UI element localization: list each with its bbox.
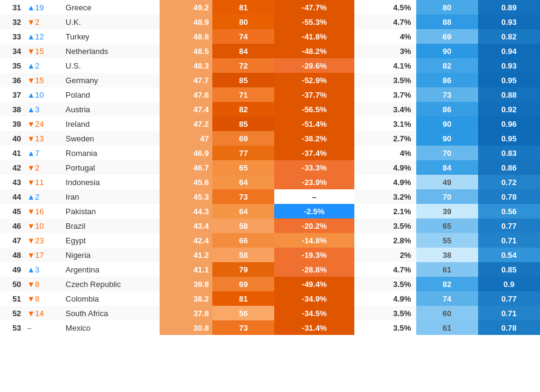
col-e-cell: 0.83: [478, 146, 540, 160]
country-name: Ireland: [62, 117, 159, 131]
table-row: 47▼23Egypt42.466-14.8%2.8%550.71: [0, 233, 540, 248]
country-name: South Africa: [62, 306, 159, 320]
country-name: Portugal: [62, 160, 159, 175]
rank-cell: 42: [0, 160, 25, 175]
col-a-cell: 58: [212, 218, 274, 233]
col-a-cell: 84: [212, 44, 274, 58]
change-cell: ▲19: [25, 0, 62, 15]
change-cell: ▼2: [25, 15, 62, 29]
score-cell: 43.4: [160, 218, 213, 233]
col-a-cell: 81: [212, 291, 274, 306]
rank-cell: 32: [0, 15, 25, 29]
col-b-cell: -38.2%: [274, 131, 354, 146]
col-d-cell: 69: [416, 29, 478, 44]
col-a-cell: 79: [212, 262, 274, 277]
col-e-cell: 0.93: [478, 58, 540, 73]
col-d-cell: 90: [416, 44, 478, 58]
score-cell: 45.6: [160, 175, 213, 189]
rank-cell: 44: [0, 189, 25, 204]
col-c-cell: 3.5%: [354, 73, 416, 87]
change-cell: ▼17: [25, 248, 62, 262]
col-a-cell: 71: [212, 87, 274, 102]
col-c-cell: 3.5%: [354, 218, 416, 233]
col-c-cell: 4%: [354, 29, 416, 44]
country-name: Pakistan: [62, 204, 159, 218]
col-d-cell: 55: [416, 233, 478, 248]
col-e-cell: 0.72: [478, 175, 540, 189]
table-row: 43▼11Indonesia45.664-23.9%4.9%490.72: [0, 175, 540, 189]
col-d-cell: 73: [416, 87, 478, 102]
col-d-cell: 39: [416, 204, 478, 218]
col-e-cell: 0.93: [478, 15, 540, 29]
col-d-cell: 74: [416, 291, 478, 306]
col-c-cell: 4%: [354, 146, 416, 160]
table-row: 51▼8Colombia38.281-34.9%4.9%740.77: [0, 291, 540, 306]
score-cell: 49.2: [160, 0, 213, 15]
col-b-cell: -52.9%: [274, 73, 354, 87]
col-a-cell: 64: [212, 204, 274, 218]
down-arrow: ▼13: [27, 134, 44, 143]
down-arrow: ▼14: [27, 309, 44, 318]
change-cell: ▲3: [25, 102, 62, 117]
col-a-cell: 81: [212, 0, 274, 15]
down-arrow: ▼2: [27, 163, 39, 172]
change-cell: ▼8: [25, 277, 62, 291]
table-row: 35▲2U.S.48.372-29.6%4.1%820.93: [0, 58, 540, 73]
country-name: Nigeria: [62, 248, 159, 262]
score-cell: 37.8: [160, 306, 213, 320]
score-cell: 47.2: [160, 117, 213, 131]
change-cell: ▼8: [25, 291, 62, 306]
col-e-cell: 0.95: [478, 73, 540, 87]
score-cell: 38.2: [160, 291, 213, 306]
col-b-cell: -49.4%: [274, 277, 354, 291]
score-cell: 48.8: [160, 29, 213, 44]
down-arrow: ▼15: [27, 47, 44, 56]
score-cell: 30.8: [160, 320, 213, 335]
col-e-cell: 0.77: [478, 218, 540, 233]
rank-cell: 51: [0, 291, 25, 306]
up-arrow: ▲2: [27, 192, 39, 201]
col-a-cell: 64: [212, 175, 274, 189]
country-name: Indonesia: [62, 175, 159, 189]
col-a-cell: 56: [212, 306, 274, 320]
col-b-cell: -34.9%: [274, 291, 354, 306]
table-row: 40▼13Sweden4769-38.2%2.7%900.95: [0, 131, 540, 146]
change-cell: ▼16: [25, 204, 62, 218]
col-e-cell: 0.96: [478, 117, 540, 131]
col-a-cell: 82: [212, 102, 274, 117]
table-row: 31▲19Greece49.281-47.7%4.5%800.89: [0, 0, 540, 15]
rank-cell: 45: [0, 204, 25, 218]
col-c-cell: 2.1%: [354, 204, 416, 218]
col-d-cell: 90: [416, 117, 478, 131]
rank-cell: 38: [0, 102, 25, 117]
up-arrow: ▲7: [27, 149, 39, 158]
up-arrow: ▲19: [27, 3, 44, 12]
change-cell: ▼10: [25, 218, 62, 233]
col-b-cell: –: [274, 189, 354, 204]
col-e-cell: 0.54: [478, 248, 540, 262]
change-cell: –: [25, 320, 62, 335]
rank-cell: 34: [0, 44, 25, 58]
country-name: Greece: [62, 0, 159, 15]
col-b-cell: -33.3%: [274, 160, 354, 175]
col-c-cell: 4.7%: [354, 15, 416, 29]
table-row: 34▼15Netherlands48.584-48.2%3%900.94: [0, 44, 540, 58]
table-row: 39▼24Ireland47.285-51.4%3.1%900.96: [0, 117, 540, 131]
change-cell: ▲7: [25, 146, 62, 160]
rankings-table: 31▲19Greece49.281-47.7%4.5%800.8932▼2U.K…: [0, 0, 540, 335]
col-c-cell: 3.5%: [354, 320, 416, 335]
col-a-cell: 74: [212, 29, 274, 44]
change-cell: ▼24: [25, 117, 62, 131]
table-row: 37▲10Poland47.671-37.7%3.7%730.88: [0, 87, 540, 102]
col-e-cell: 0.89: [478, 0, 540, 15]
change-cell: ▼23: [25, 233, 62, 248]
rank-cell: 35: [0, 58, 25, 73]
col-b-cell: -34.5%: [274, 306, 354, 320]
score-cell: 39.8: [160, 277, 213, 291]
country-name: Czech Republic: [62, 277, 159, 291]
col-e-cell: 0.82: [478, 29, 540, 44]
col-d-cell: 65: [416, 218, 478, 233]
col-c-cell: 3.5%: [354, 277, 416, 291]
table-row: 32▼2U.K.48.980-55.3%4.7%880.93: [0, 15, 540, 29]
country-name: Egypt: [62, 233, 159, 248]
